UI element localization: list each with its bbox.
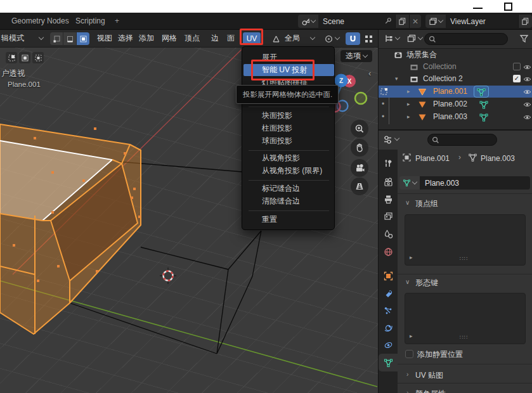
tab-world[interactable] xyxy=(379,243,398,260)
menu-mesh[interactable]: 网格 xyxy=(162,30,177,47)
menu-face[interactable]: 面 xyxy=(227,30,235,47)
orthographic-grid-button[interactable] xyxy=(351,177,368,195)
rest-position-checkbox[interactable] xyxy=(405,350,413,358)
collapse-icon[interactable]: ▸ xyxy=(407,98,410,110)
menu-edge[interactable]: 边 xyxy=(211,30,219,47)
shape-keys-panel-header[interactable]: 形态键 xyxy=(415,278,438,288)
menu-item-mark-seam[interactable]: 标记缝合边 xyxy=(243,183,334,195)
select-extend-icon[interactable] xyxy=(19,52,30,63)
selected-mesh[interactable] xyxy=(0,124,141,334)
zoom-view-button[interactable] xyxy=(351,120,368,138)
unlink-scene-button[interactable]: ✕ xyxy=(409,15,421,28)
scene-name-field[interactable]: Scene xyxy=(318,15,395,28)
filter-icon[interactable] xyxy=(519,34,529,44)
panel-collapsed-icon[interactable]: › xyxy=(406,389,408,393)
tab-particles[interactable] xyxy=(379,302,398,319)
new-scene-button[interactable] xyxy=(395,15,409,28)
mesh-name-input[interactable]: Plane.003 xyxy=(420,176,530,190)
face-select-mode-icon[interactable] xyxy=(77,32,89,45)
panel-expand-icon[interactable]: ∨ xyxy=(405,278,410,285)
tab-view-layer[interactable] xyxy=(379,208,398,224)
display-mode-icon[interactable] xyxy=(384,34,394,44)
menu-item-reset[interactable]: 重置 xyxy=(243,214,334,226)
tab-object[interactable] xyxy=(379,267,398,284)
outliner-search-input[interactable] xyxy=(424,33,508,45)
menu-vertex[interactable]: 顶点 xyxy=(185,30,200,47)
menu-item-cylinder-projection[interactable]: 柱面投影 xyxy=(243,122,334,134)
pivot-point-icon[interactable] xyxy=(324,34,334,44)
tab-tool[interactable] xyxy=(379,155,398,171)
pan-view-button[interactable] xyxy=(351,139,368,157)
minimize-icon[interactable] xyxy=(473,8,483,9)
eye-icon[interactable] xyxy=(523,88,531,96)
breadcrumb-data-name[interactable]: Plane.003 xyxy=(481,154,515,163)
filter-collection-icon[interactable] xyxy=(406,34,417,44)
color-attributes-panel-header[interactable]: 颜色属性 xyxy=(415,389,446,393)
menu-item-sphere-projection[interactable]: 球面投影 xyxy=(243,135,334,147)
eye-icon[interactable] xyxy=(523,63,531,71)
select-subtract-icon[interactable] xyxy=(32,52,44,63)
tab-render[interactable] xyxy=(379,174,398,190)
collapse-icon[interactable]: ▸ xyxy=(407,111,410,123)
menu-add[interactable]: 添加 xyxy=(139,30,154,47)
collapse-icon[interactable]: ▸ xyxy=(407,86,410,98)
view-layer-type-dropdown[interactable] xyxy=(425,15,446,28)
vertex-groups-panel-header[interactable]: 顶点组 xyxy=(415,198,438,209)
tab-modifiers[interactable] xyxy=(379,285,398,302)
scene-type-dropdown[interactable] xyxy=(298,15,318,28)
resize-grip[interactable]: ∷∷ xyxy=(460,334,468,340)
mode-select-dropdown[interactable]: 辑模式 xyxy=(1,30,24,47)
tab-object-data-selected[interactable] xyxy=(379,354,398,371)
vertex-groups-list[interactable]: ▸ ∷∷ xyxy=(405,214,526,266)
workspace-tab-scripting[interactable]: Scripting xyxy=(75,13,105,29)
eye-icon[interactable] xyxy=(523,101,531,108)
panel-expand-icon[interactable]: ∨ xyxy=(405,199,410,206)
mesh-data-icon[interactable] xyxy=(479,100,488,109)
camera-view-button[interactable] xyxy=(351,159,368,177)
gizmo-axis-y-neg[interactable] xyxy=(355,93,367,104)
eye-icon[interactable] xyxy=(523,113,531,121)
new-view-layer-button[interactable] xyxy=(518,15,532,28)
menu-item-cube-projection[interactable]: 块面投影 xyxy=(243,110,334,122)
menu-select[interactable]: 选择 xyxy=(118,30,133,47)
properties-editor-icon[interactable] xyxy=(382,134,393,145)
menu-uv-active[interactable]: UV xyxy=(243,32,261,45)
uv-maps-panel-header[interactable]: UV 贴图 xyxy=(415,370,443,381)
tab-scene[interactable] xyxy=(379,226,398,242)
list-expand-icon[interactable]: ▸ xyxy=(410,254,413,261)
view-layer-name-field[interactable]: ViewLayer xyxy=(446,15,518,28)
outliner-row-collection[interactable]: Collection xyxy=(379,61,532,73)
proportional-editing-icon[interactable] xyxy=(364,34,373,44)
outliner-row-scene-collection[interactable]: 场景集合 xyxy=(379,49,532,61)
select-set-icon[interactable] xyxy=(6,52,17,63)
snap-toggle-active[interactable] xyxy=(346,32,360,45)
workspace-tab-geometry-nodes[interactable]: Geometry Nodes xyxy=(11,13,69,29)
transform-orientation-dropdown[interactable]: 全局 xyxy=(285,30,300,47)
eye-icon[interactable] xyxy=(523,75,531,83)
menu-item-clear-seam[interactable]: 清除缝合边 xyxy=(243,195,334,207)
resize-grip[interactable]: ∷∷ xyxy=(460,255,468,262)
mesh-data-icon[interactable] xyxy=(479,113,488,122)
outliner-row-collection-2[interactable]: ▾ Collection 2 ✓ xyxy=(379,73,532,85)
mesh-data-dropdown[interactable] xyxy=(399,176,420,190)
outliner-row-plane-001-selected[interactable]: ▸ Plane.001 xyxy=(379,86,532,98)
menu-item-unwrap[interactable]: 展开 xyxy=(243,51,334,63)
tab-physics[interactable] xyxy=(379,319,398,336)
expand-icon[interactable]: ▾ xyxy=(395,73,398,85)
menu-item-smart-uv-project[interactable]: 智能 UV 投射 xyxy=(243,64,334,76)
outliner-row-plane-002[interactable]: • ▸ Plane.002 xyxy=(379,98,532,110)
shape-keys-list[interactable]: ▸ ∷∷ xyxy=(405,293,526,344)
tab-output[interactable] xyxy=(379,191,398,207)
panel-collapsed-icon[interactable]: › xyxy=(406,371,408,378)
pin-icon[interactable] xyxy=(384,17,392,25)
properties-search-input[interactable] xyxy=(427,134,497,146)
collection-checkbox-unchecked[interactable] xyxy=(513,63,521,70)
breadcrumb-object-name[interactable]: Plane.001 xyxy=(415,154,450,163)
vertex-select-mode-icon[interactable] xyxy=(50,32,63,45)
menu-item-project-from-view-bounds[interactable]: 从视角投影 (限界) xyxy=(243,165,334,177)
maximize-icon[interactable] xyxy=(504,3,512,11)
mesh-data-icon[interactable] xyxy=(477,87,486,96)
menu-item-project-from-view[interactable]: 从视角投影 xyxy=(243,152,334,164)
add-workspace-button[interactable]: + xyxy=(115,13,119,29)
edge-select-mode-icon[interactable] xyxy=(63,32,76,45)
